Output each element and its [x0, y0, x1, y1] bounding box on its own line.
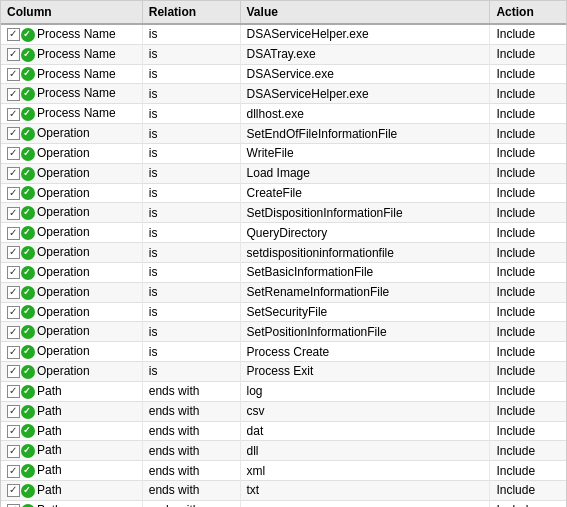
table-row[interactable]: Process NameisDSAService.exeInclude — [1, 64, 566, 84]
row-value: txt — [240, 481, 490, 501]
row-column: Process Name — [1, 24, 142, 44]
row-checkbox[interactable] — [7, 187, 20, 200]
row-relation: is — [142, 223, 240, 243]
row-checkbox[interactable] — [7, 445, 20, 458]
row-checkbox[interactable] — [7, 385, 20, 398]
row-relation: is — [142, 282, 240, 302]
row-relation: is — [142, 203, 240, 223]
table-row[interactable]: OperationisSetEndOfFileInformationFileIn… — [1, 124, 566, 144]
row-checkbox[interactable] — [7, 28, 20, 41]
row-action: Include — [490, 64, 566, 84]
column-name: Operation — [37, 265, 90, 279]
row-value: log — [240, 381, 490, 401]
row-checkbox[interactable] — [7, 365, 20, 378]
column-name: Operation — [37, 245, 90, 259]
row-relation: ends with — [142, 381, 240, 401]
row-checkbox[interactable] — [7, 326, 20, 339]
row-action: Include — [490, 223, 566, 243]
table-row[interactable]: Pathends withlogInclude — [1, 381, 566, 401]
table-row[interactable]: OperationisLoad ImageInclude — [1, 163, 566, 183]
row-checkbox[interactable] — [7, 484, 20, 497]
row-action: Include — [490, 24, 566, 44]
row-checkbox[interactable] — [7, 346, 20, 359]
row-value: DSAServiceHelper.exe — [240, 84, 490, 104]
row-action: Include — [490, 500, 566, 507]
row-value: dat — [240, 421, 490, 441]
row-action: Include — [490, 421, 566, 441]
row-column: Operation — [1, 203, 142, 223]
table-row[interactable]: OperationisProcess CreateInclude — [1, 342, 566, 362]
table-row[interactable]: Process NameisDSATray.exeInclude — [1, 44, 566, 64]
row-checkbox[interactable] — [7, 88, 20, 101]
row-value: Process Create — [240, 342, 490, 362]
row-checkbox[interactable] — [7, 306, 20, 319]
table-row[interactable]: OperationisSetSecurityFileInclude — [1, 302, 566, 322]
table-row[interactable]: OperationisSetRenameInformationFileInclu… — [1, 282, 566, 302]
table-row[interactable]: Process Nameisdllhost.exeInclude — [1, 104, 566, 124]
row-relation: ends with — [142, 481, 240, 501]
row-value: SetDispositionInformationFile — [240, 203, 490, 223]
row-value: SetPositionInformationFile — [240, 322, 490, 342]
row-checkbox[interactable] — [7, 266, 20, 279]
table-row[interactable]: OperationisWriteFileInclude — [1, 143, 566, 163]
row-relation: is — [142, 143, 240, 163]
row-checkbox[interactable] — [7, 227, 20, 240]
table-row[interactable]: OperationisProcess ExitInclude — [1, 362, 566, 382]
table-row[interactable]: OperationisQueryDirectoryInclude — [1, 223, 566, 243]
table-row[interactable]: OperationisSetBasicInformationFileInclud… — [1, 262, 566, 282]
row-checkbox[interactable] — [7, 127, 20, 140]
column-name: Path — [37, 483, 62, 497]
row-checkbox[interactable] — [7, 207, 20, 220]
row-checkbox[interactable] — [7, 167, 20, 180]
column-name: Operation — [37, 126, 90, 140]
row-action: Include — [490, 441, 566, 461]
row-relation: is — [142, 362, 240, 382]
row-action: Include — [490, 401, 566, 421]
table-row[interactable]: Pathends withdatInclude — [1, 421, 566, 441]
row-action: Include — [490, 203, 566, 223]
row-relation: ends with — [142, 500, 240, 507]
table-row[interactable]: OperationisCreateFileInclude — [1, 183, 566, 203]
row-relation: is — [142, 183, 240, 203]
row-action: Include — [490, 143, 566, 163]
table-row[interactable]: Pathends withcsvInclude — [1, 401, 566, 421]
row-relation: is — [142, 342, 240, 362]
status-green-icon — [21, 167, 35, 181]
header-column: Column — [1, 1, 142, 24]
row-checkbox[interactable] — [7, 48, 20, 61]
row-checkbox[interactable] — [7, 465, 20, 478]
column-name: Operation — [37, 186, 90, 200]
row-relation: is — [142, 64, 240, 84]
status-green-icon — [21, 444, 35, 458]
table-row[interactable]: Pathends withxmlInclude — [1, 461, 566, 481]
table-row[interactable]: Process NameisDSAServiceHelper.exeInclud… — [1, 84, 566, 104]
status-green-icon — [21, 67, 35, 81]
row-relation: is — [142, 262, 240, 282]
row-checkbox[interactable] — [7, 147, 20, 160]
row-checkbox[interactable] — [7, 68, 20, 81]
filter-rules-table: Column Relation Value Action Process Nam… — [0, 0, 567, 507]
row-value: exe — [240, 500, 490, 507]
row-action: Include — [490, 282, 566, 302]
row-checkbox[interactable] — [7, 286, 20, 299]
header-value: Value — [240, 1, 490, 24]
table-row[interactable]: Pathends withtxtInclude — [1, 481, 566, 501]
table-row[interactable]: OperationisSetPositionInformationFileInc… — [1, 322, 566, 342]
row-checkbox[interactable] — [7, 405, 20, 418]
status-green-icon — [21, 246, 35, 260]
table-row[interactable]: OperationisSetDispositionInformationFile… — [1, 203, 566, 223]
row-action: Include — [490, 342, 566, 362]
row-column: Operation — [1, 163, 142, 183]
row-relation: is — [142, 104, 240, 124]
table-row[interactable]: Pathends withexeInclude — [1, 500, 566, 507]
status-green-icon — [21, 305, 35, 319]
row-checkbox[interactable] — [7, 425, 20, 438]
row-value: SetBasicInformationFile — [240, 262, 490, 282]
table-row[interactable]: Process NameisDSAServiceHelper.exeInclud… — [1, 24, 566, 44]
row-checkbox[interactable] — [7, 108, 20, 121]
status-green-icon — [21, 385, 35, 399]
table-row[interactable]: Pathends withdllInclude — [1, 441, 566, 461]
row-checkbox[interactable] — [7, 246, 20, 259]
header-action: Action — [490, 1, 566, 24]
table-row[interactable]: Operationissetdispositioninformationfile… — [1, 243, 566, 263]
